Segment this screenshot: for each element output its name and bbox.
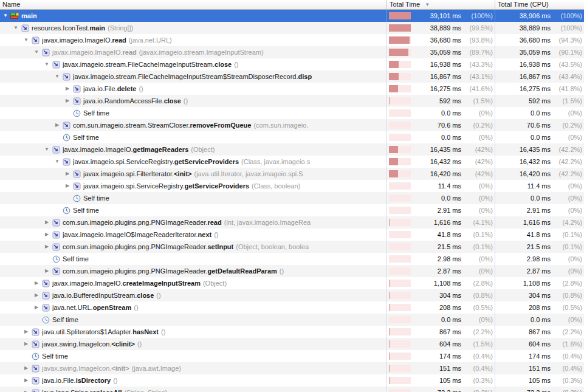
tree-row[interactable]: ▼javax.imageio.stream.FileCacheImageInpu… xyxy=(0,70,584,83)
tree-row[interactable]: ▼javax.imageio.ImageIO.getImageReaders(O… xyxy=(0,143,584,156)
tree-row-name-cell[interactable]: ▼main xyxy=(0,10,387,22)
tree-row-name-cell[interactable]: ▶javax.imageio.ImageIO$ImageReaderIterat… xyxy=(0,229,387,241)
tree-row[interactable]: ▶java.io.RandomAccessFile.close()592 ms(… xyxy=(0,95,584,107)
tree-row[interactable]: ▶java.io.File.delete()16,275 ms(41.6%)16… xyxy=(0,83,584,95)
tree-row[interactable]: ▶java.net.URL.openStream()208 ms(0.5%)20… xyxy=(0,301,584,314)
tree-row-name-cell[interactable]: ▶java.util.Spliterators$1Adapter.hasNext… xyxy=(0,326,387,338)
tree-row-name-cell[interactable]: ▼javax.imageio.stream.FileCacheImageInpu… xyxy=(0,58,387,70)
tree-row-name-cell[interactable]: ▶java.net.URL.openStream() xyxy=(0,301,387,314)
tree-row-name-cell[interactable]: ▶com.sun.imageio.stream.StreamCloser.rem… xyxy=(0,119,387,131)
tree-row-name-cell[interactable]: ▼javax.imageio.ImageIO.read(java.net.URL… xyxy=(0,34,387,46)
expander-open-icon[interactable]: ▼ xyxy=(22,34,30,46)
expander-closed-icon[interactable]: ▶ xyxy=(22,326,30,338)
tree-row-name-cell[interactable]: ▼javax.imageio.ImageIO.getImageReaders(O… xyxy=(0,143,387,156)
expander-open-icon[interactable]: ▼ xyxy=(12,22,20,34)
tree-row[interactable]: ▼javax.imageio.stream.FileCacheImageInpu… xyxy=(0,58,584,70)
tree-row-name-cell[interactable]: Self time xyxy=(0,131,387,143)
expander-closed-icon[interactable]: ▶ xyxy=(43,265,51,277)
tree-row[interactable]: ▶javax.imageio.ImageIO.createImageInputS… xyxy=(0,277,584,289)
cpu-time-cell: 1,108 ms(2.8%) xyxy=(495,277,584,289)
tree-row-name-cell[interactable]: Self time xyxy=(0,107,387,119)
tree-row-name-cell[interactable]: ▶java.io.File.delete() xyxy=(0,83,387,95)
expander-closed-icon[interactable]: ▶ xyxy=(32,289,41,301)
total-time-cell: 105 ms(0.3%) xyxy=(387,374,495,387)
expander-closed-icon[interactable]: ▶ xyxy=(43,216,51,229)
tree-row[interactable]: Self time0.0 ms(0%)0.0 ms(0%) xyxy=(0,131,584,143)
tree-row-name-cell[interactable]: ▼javax.imageio.spi.ServiceRegistry.getSe… xyxy=(0,156,387,168)
tree-row[interactable]: ▶java.io.File.isDirectory()105 ms(0.3%)1… xyxy=(0,374,584,387)
tree-row-name-cell[interactable]: ▶java.io.File.isDirectory() xyxy=(0,374,387,387)
tree-row[interactable]: ▶com.sun.imageio.stream.StreamCloser.rem… xyxy=(0,119,584,131)
tree-row-name-cell[interactable]: ▶java.lang.String.replaceAll(String, Str… xyxy=(0,387,387,392)
cpu-time-cell: 16,435 ms(42.2%) xyxy=(495,143,584,156)
tree-row[interactable]: Self time2.98 ms(0%)2.98 ms(0%) xyxy=(0,253,584,265)
expander-closed-icon[interactable]: ▶ xyxy=(43,241,51,253)
expander-closed-icon[interactable]: ▶ xyxy=(22,387,30,392)
expander-closed-icon[interactable]: ▶ xyxy=(22,362,30,374)
self-time-label: Self time xyxy=(83,194,109,202)
tree-row-name-cell[interactable]: ▶javax.swing.ImageIcon.<clinit>() xyxy=(0,338,387,350)
tree-row-name-cell[interactable]: ▶javax.imageio.ImageIO.createImageInputS… xyxy=(0,277,387,289)
expander-closed-icon[interactable]: ▶ xyxy=(53,119,61,131)
tree-row-name-cell[interactable]: ▶com.sun.imageio.plugins.png.PNGImageRea… xyxy=(0,241,387,253)
tree-row[interactable]: ▶javax.imageio.spi.FilterIterator.<init>… xyxy=(0,168,584,180)
expander-open-icon[interactable]: ▼ xyxy=(1,10,10,22)
cpu-time-percent: (94.3%) xyxy=(551,34,582,46)
expander-closed-icon[interactable]: ▶ xyxy=(63,95,72,107)
tree-row-name-cell[interactable]: Self time xyxy=(0,350,387,362)
expander-closed-icon[interactable]: ▶ xyxy=(22,374,30,387)
tree-row[interactable]: Self time0.0 ms(0%)0.0 ms(0%) xyxy=(0,314,584,326)
tree-row[interactable]: ▼javax.imageio.ImageIO.read(java.net.URL… xyxy=(0,34,584,46)
column-header-name[interactable]: Name xyxy=(0,0,387,9)
tree-row-name-cell[interactable]: ▶com.sun.imageio.plugins.png.PNGImageRea… xyxy=(0,265,387,277)
cpu-time-percent: (0.5%) xyxy=(551,301,582,314)
tree-row[interactable]: Self time0.0 ms(0%)0.0 ms(0%) xyxy=(0,192,584,204)
tree-row[interactable]: ▶com.sun.imageio.plugins.png.PNGImageRea… xyxy=(0,265,584,277)
tree-row-name-cell[interactable]: Self time xyxy=(0,192,387,204)
expander-open-icon[interactable]: ▼ xyxy=(53,70,61,83)
expander-closed-icon[interactable]: ▶ xyxy=(32,301,41,314)
tree-row[interactable]: ▼javax.imageio.ImageIO.read(javax.imagei… xyxy=(0,46,584,58)
expander-closed-icon[interactable]: ▶ xyxy=(63,168,72,180)
tree-row[interactable]: ▶javax.swing.ImageIcon.<init>(java.awt.I… xyxy=(0,362,584,374)
expander-open-icon[interactable]: ▼ xyxy=(32,46,41,58)
tree-row[interactable]: ▶com.sun.imageio.plugins.png.PNGImageRea… xyxy=(0,241,584,253)
profiler-call-tree-window: Name Total Time ▼ Total Time (CPU) ▼main… xyxy=(0,0,584,392)
tree-row-name-cell[interactable]: Self time xyxy=(0,204,387,216)
tree-row-name-cell[interactable]: ▶com.sun.imageio.plugins.png.PNGImageRea… xyxy=(0,216,387,229)
tree-row-name-cell[interactable]: ▶javax.imageio.spi.ServiceRegistry.getSe… xyxy=(0,180,387,192)
expander-closed-icon[interactable]: ▶ xyxy=(63,83,72,95)
total-time-value: 38,889 ms xyxy=(413,22,461,34)
tree-row[interactable]: Self time2.91 ms(0%)2.91 ms(0%) xyxy=(0,204,584,216)
tree-row[interactable]: ▶java.lang.String.replaceAll(String, Str… xyxy=(0,387,584,392)
tree-row[interactable]: ▼javax.imageio.spi.ServiceRegistry.getSe… xyxy=(0,156,584,168)
expander-closed-icon[interactable]: ▶ xyxy=(22,338,30,350)
tree-row[interactable]: ▶java.io.BufferedInputStream.close()304 … xyxy=(0,289,584,301)
tree-row-name-cell[interactable]: ▼javax.imageio.ImageIO.read(javax.imagei… xyxy=(0,46,387,58)
expander-open-icon[interactable]: ▼ xyxy=(43,143,51,156)
tree-row-name-cell[interactable]: ▼javax.imageio.stream.FileCacheImageInpu… xyxy=(0,70,387,83)
tree-row[interactable]: ▼resources.IconTest.main(String[])38,889… xyxy=(0,22,584,34)
tree-row-name-cell[interactable]: ▶java.io.BufferedInputStream.close() xyxy=(0,289,387,301)
expander-open-icon[interactable]: ▼ xyxy=(43,58,51,70)
tree-row-name-cell[interactable]: ▶java.io.RandomAccessFile.close() xyxy=(0,95,387,107)
column-header-total-time-cpu[interactable]: Total Time (CPU) xyxy=(495,0,584,9)
tree-row-name-cell[interactable]: ▼resources.IconTest.main(String[]) xyxy=(0,22,387,34)
tree-row[interactable]: ▶javax.imageio.ImageIO$ImageReaderIterat… xyxy=(0,229,584,241)
tree-row[interactable]: Self time174 ms(0.4%)174 ms(0.4%) xyxy=(0,350,584,362)
tree-row-name-cell[interactable]: ▶javax.swing.ImageIcon.<init>(java.awt.I… xyxy=(0,362,387,374)
tree-row[interactable]: ▶com.sun.imageio.plugins.png.PNGImageRea… xyxy=(0,216,584,229)
expander-open-icon[interactable]: ▼ xyxy=(53,156,61,168)
tree-row[interactable]: ▶javax.imageio.spi.ServiceRegistry.getSe… xyxy=(0,180,584,192)
expander-closed-icon[interactable]: ▶ xyxy=(43,229,51,241)
tree-row-name-cell[interactable]: Self time xyxy=(0,253,387,265)
tree-row-name-cell[interactable]: ▶javax.imageio.spi.FilterIterator.<init>… xyxy=(0,168,387,180)
expander-closed-icon[interactable]: ▶ xyxy=(63,180,72,192)
column-header-total-time[interactable]: Total Time ▼ xyxy=(387,0,495,9)
tree-row[interactable]: ▶java.util.Spliterators$1Adapter.hasNext… xyxy=(0,326,584,338)
expander-closed-icon[interactable]: ▶ xyxy=(32,277,41,289)
tree-row[interactable]: Self time0.0 ms(0%)0.0 ms(0%) xyxy=(0,107,584,119)
tree-row[interactable]: ▼main39,101 ms(100%)38,906 ms(100%) xyxy=(0,10,584,22)
tree-row-name-cell[interactable]: Self time xyxy=(0,314,387,326)
tree-row[interactable]: ▶javax.swing.ImageIcon.<clinit>()604 ms(… xyxy=(0,338,584,350)
